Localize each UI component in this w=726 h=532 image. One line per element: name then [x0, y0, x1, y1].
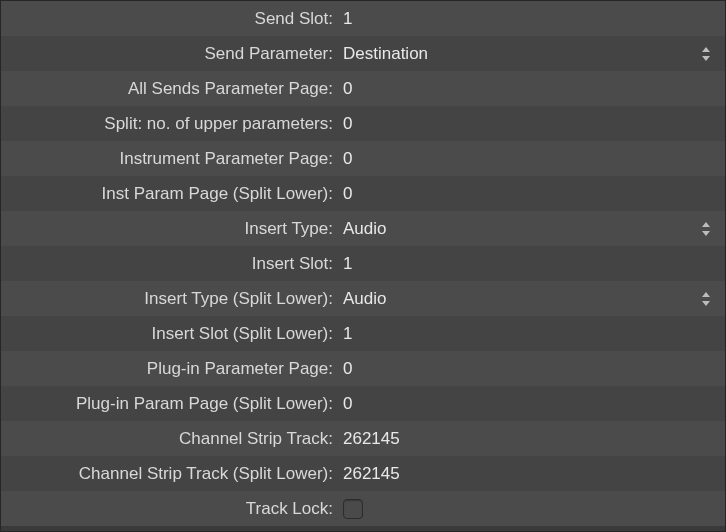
label-insert-slot: Insert Slot: [1, 254, 341, 274]
label-send-parameter: Send Parameter: [1, 44, 341, 64]
label-split-upper-params: Split: no. of upper parameters: [1, 114, 341, 134]
row-all-sends-param-page: All Sends Parameter Page: 0 [1, 71, 725, 106]
updown-arrows-icon [699, 221, 713, 237]
updown-arrows-icon [699, 46, 713, 62]
row-insert-type: Insert Type: Audio [1, 211, 725, 246]
label-all-sends-param-page: All Sends Parameter Page: [1, 79, 341, 99]
label-channel-strip-track: Channel Strip Track: [1, 429, 341, 449]
value-split-upper-params[interactable]: 0 [341, 114, 717, 134]
dropdown-insert-type-split-lower[interactable]: Audio [341, 289, 717, 309]
row-channel-strip-track-split-lower: Channel Strip Track (Split Lower): 26214… [1, 456, 725, 491]
row-split-upper-params: Split: no. of upper parameters: 0 [1, 106, 725, 141]
value-all-sends-param-page[interactable]: 0 [341, 79, 717, 99]
label-inst-param-page-split-lower: Inst Param Page (Split Lower): [1, 184, 341, 204]
row-channel-strip-track: Channel Strip Track: 262145 [1, 421, 725, 456]
row-insert-slot-split-lower: Insert Slot (Split Lower): 1 [1, 316, 725, 351]
updown-arrows-icon [699, 291, 713, 307]
row-plugin-param-page: Plug-in Parameter Page: 0 [1, 351, 725, 386]
label-insert-slot-split-lower: Insert Slot (Split Lower): [1, 324, 341, 344]
value-insert-slot-split-lower[interactable]: 1 [341, 324, 717, 344]
checkbox-track-lock[interactable] [343, 499, 363, 519]
row-insert-type-split-lower: Insert Type (Split Lower): Audio [1, 281, 725, 316]
label-insert-type: Insert Type: [1, 219, 341, 239]
value-plugin-param-page-split-lower[interactable]: 0 [341, 394, 717, 414]
label-track-lock: Track Lock: [1, 499, 341, 519]
row-send-slot: Send Slot: 1 [1, 1, 725, 36]
label-channel-strip-track-split-lower: Channel Strip Track (Split Lower): [1, 464, 341, 484]
dropdown-value-insert-type-split-lower: Audio [341, 289, 699, 309]
label-send-slot: Send Slot: [1, 9, 341, 29]
value-plugin-param-page[interactable]: 0 [341, 359, 717, 379]
dropdown-value-insert-type: Audio [341, 219, 699, 239]
row-plugin-param-page-split-lower: Plug-in Param Page (Split Lower): 0 [1, 386, 725, 421]
label-insert-type-split-lower: Insert Type (Split Lower): [1, 289, 341, 309]
row-send-parameter: Send Parameter: Destination [1, 36, 725, 71]
row-inst-param-page-split-lower: Inst Param Page (Split Lower): 0 [1, 176, 725, 211]
value-insert-slot[interactable]: 1 [341, 254, 717, 274]
label-plugin-param-page: Plug-in Parameter Page: [1, 359, 341, 379]
row-instrument-param-page: Instrument Parameter Page: 0 [1, 141, 725, 176]
label-plugin-param-page-split-lower: Plug-in Param Page (Split Lower): [1, 394, 341, 414]
value-inst-param-page-split-lower[interactable]: 0 [341, 184, 717, 204]
dropdown-value-send-parameter: Destination [341, 44, 699, 64]
row-track-lock: Track Lock: [1, 491, 725, 526]
row-insert-slot: Insert Slot: 1 [1, 246, 725, 281]
value-channel-strip-track-split-lower[interactable]: 262145 [341, 464, 717, 484]
dropdown-insert-type[interactable]: Audio [341, 219, 717, 239]
value-channel-strip-track[interactable]: 262145 [341, 429, 717, 449]
value-instrument-param-page[interactable]: 0 [341, 149, 717, 169]
parameter-panel: Send Slot: 1 Send Parameter: Destination… [0, 0, 726, 532]
dropdown-send-parameter[interactable]: Destination [341, 44, 717, 64]
value-send-slot[interactable]: 1 [341, 9, 717, 29]
label-instrument-param-page: Instrument Parameter Page: [1, 149, 341, 169]
